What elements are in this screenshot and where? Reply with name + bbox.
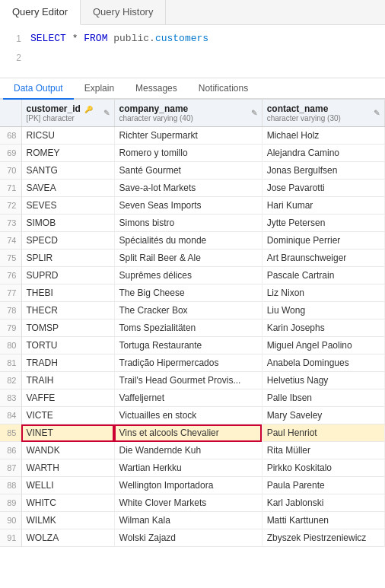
cell-contact-name[interactable]: Mary Saveley — [262, 407, 384, 424]
col-header-contact-name[interactable]: contact_name character varying (30) ✎ — [262, 100, 384, 127]
cell-row-num: 91 — [0, 529, 21, 547]
cell-contact-name[interactable]: Jytte Petersen — [262, 215, 384, 232]
cell-contact-name[interactable]: Zbyszek Piestrzeniewicz — [262, 529, 384, 547]
cell-company-name[interactable]: The Cracker Box — [114, 302, 262, 319]
cell-contact-name[interactable]: Paula Parente — [262, 477, 384, 494]
cell-company-name[interactable]: Spécialités du monde — [114, 232, 262, 250]
cell-contact-name[interactable]: Helvetius Nagy — [262, 372, 384, 389]
cell-contact-name[interactable]: Jose Pavarotti — [262, 180, 384, 197]
table-row: 91WOLZAWolski ZajazdZbyszek Piestrzeniew… — [0, 529, 385, 547]
cell-contact-name[interactable]: Liz Nixon — [262, 284, 384, 302]
cell-customer-id[interactable]: WILMK — [21, 512, 114, 529]
cell-company-name[interactable]: Suprêmes délices — [114, 267, 262, 284]
cell-company-name[interactable]: Vaffeljernet — [114, 389, 262, 407]
cell-company-name[interactable]: Tradição Hipermercados — [114, 354, 262, 372]
cell-company-name[interactable]: Die Wandernde Kuh — [114, 442, 262, 459]
cell-company-name[interactable]: Wellington Importadora — [114, 477, 262, 494]
cell-contact-name[interactable]: Art Braunschweiger — [262, 250, 384, 267]
table-row: 80TORTUTortuga RestauranteMiguel Angel P… — [0, 337, 385, 354]
cell-company-name[interactable]: Seven Seas Imports — [114, 197, 262, 215]
cell-company-name[interactable]: Wolski Zajazd — [114, 529, 262, 547]
line-number-1: 1 — [6, 32, 21, 46]
table-row: 86WANDKDie Wandernde KuhRita Müller — [0, 442, 385, 459]
cell-contact-name[interactable]: Pascale Cartrain — [262, 267, 384, 284]
cell-customer-id[interactable]: VICTE — [21, 407, 114, 424]
cell-customer-id[interactable]: TRADH — [21, 354, 114, 372]
cell-company-name[interactable]: Trail's Head Gourmet Provis... — [114, 372, 262, 389]
cell-company-name[interactable]: Wartian Herkku — [114, 459, 262, 477]
cell-company-name[interactable]: Romero y tomillo — [114, 145, 262, 162]
col-header-company-name[interactable]: company_name character varying (40) ✎ — [114, 100, 262, 127]
cell-contact-name[interactable]: Alejandra Camino — [262, 145, 384, 162]
cell-contact-name[interactable]: Karin Josephs — [262, 319, 384, 337]
cell-customer-id[interactable]: WHITC — [21, 494, 114, 512]
cell-customer-id[interactable]: SEVES — [21, 197, 114, 215]
cell-customer-id[interactable]: WANDK — [21, 442, 114, 459]
cell-contact-name[interactable]: Rita Müller — [262, 442, 384, 459]
cell-company-name[interactable]: Richter Supermarkt — [114, 127, 262, 145]
sort-icon-contact-name[interactable]: ✎ — [374, 109, 380, 117]
query-content-1[interactable]: SELECT * FROM public.customers — [30, 31, 208, 47]
tab-explain[interactable]: Explain — [74, 78, 125, 100]
cell-company-name[interactable]: Tortuga Restaurante — [114, 337, 262, 354]
cell-contact-name[interactable]: Hari Kumar — [262, 197, 384, 215]
col-header-customer-id[interactable]: customer_id 🔑 [PK] character ✎ — [21, 100, 114, 127]
cell-customer-id[interactable]: TORTU — [21, 337, 114, 354]
cell-company-name[interactable]: Split Rail Beer & Ale — [114, 250, 262, 267]
cell-company-name[interactable]: Save-a-lot Markets — [114, 180, 262, 197]
cell-customer-id[interactable]: RICSU — [21, 127, 114, 145]
cell-customer-id[interactable]: SPLIR — [21, 250, 114, 267]
cell-contact-name[interactable]: Karl Jablonski — [262, 494, 384, 512]
cell-company-name[interactable]: Wilman Kala — [114, 512, 262, 529]
cell-company-name[interactable]: The Big Cheese — [114, 284, 262, 302]
cell-customer-id[interactable]: TRAIH — [21, 372, 114, 389]
table-row: 78THECRThe Cracker BoxLiu Wong — [0, 302, 385, 319]
cell-company-name[interactable]: White Clover Markets — [114, 494, 262, 512]
tab-messages[interactable]: Messages — [125, 78, 188, 100]
col-type-customer-id: [PK] character — [27, 114, 94, 122]
cell-company-name[interactable]: Victuailles en stock — [114, 407, 262, 424]
cell-row-num: 71 — [0, 180, 21, 197]
cell-company-name[interactable]: Vins et alcools Chevalier — [114, 424, 262, 442]
cell-customer-id[interactable]: WELLI — [21, 477, 114, 494]
cell-customer-id[interactable]: VINET — [21, 424, 114, 442]
table-row: 88WELLIWellington ImportadoraPaula Paren… — [0, 477, 385, 494]
cell-customer-id[interactable]: ROMEY — [21, 145, 114, 162]
cell-company-name[interactable]: Toms Spezialitäten — [114, 319, 262, 337]
cell-row-num: 89 — [0, 494, 21, 512]
cell-contact-name[interactable]: Pirkko Koskitalo — [262, 459, 384, 477]
cell-customer-id[interactable]: THECR — [21, 302, 114, 319]
cell-company-name[interactable]: Simons bistro — [114, 215, 262, 232]
cell-customer-id[interactable]: SANTG — [21, 162, 114, 180]
col-name-company-name: company_name — [119, 103, 189, 114]
cell-contact-name[interactable]: Michael Holz — [262, 127, 384, 145]
cell-customer-id[interactable]: VAFFE — [21, 389, 114, 407]
cell-contact-name[interactable]: Jonas Bergulfsen — [262, 162, 384, 180]
cell-contact-name[interactable]: Dominique Perrier — [262, 232, 384, 250]
cell-contact-name[interactable]: Anabela Domingues — [262, 354, 384, 372]
cell-company-name[interactable]: Santé Gourmet — [114, 162, 262, 180]
cell-customer-id[interactable]: SUPRD — [21, 267, 114, 284]
table-row: 74SPECDSpécialités du mondeDominique Per… — [0, 232, 385, 250]
cell-customer-id[interactable]: SAVEA — [21, 180, 114, 197]
cell-customer-id[interactable]: SIMOB — [21, 215, 114, 232]
cell-customer-id[interactable]: SPECD — [21, 232, 114, 250]
sort-icon-company-name[interactable]: ✎ — [251, 109, 257, 117]
tab-notifications[interactable]: Notifications — [188, 78, 259, 100]
tab-query-history[interactable]: Query History — [81, 0, 166, 24]
cell-customer-id[interactable]: THEBI — [21, 284, 114, 302]
cell-contact-name[interactable]: Liu Wong — [262, 302, 384, 319]
tab-query-editor[interactable]: Query Editor — [0, 0, 81, 25]
sort-icon-customer-id[interactable]: ✎ — [103, 109, 110, 117]
cell-contact-name[interactable]: Palle Ibsen — [262, 389, 384, 407]
cell-row-num: 83 — [0, 389, 21, 407]
cell-customer-id[interactable]: WARTH — [21, 459, 114, 477]
cell-customer-id[interactable]: WOLZA — [21, 529, 114, 547]
query-content-2[interactable] — [30, 50, 37, 66]
cell-customer-id[interactable]: TOMSP — [21, 319, 114, 337]
cell-contact-name[interactable]: Miguel Angel Paolino — [262, 337, 384, 354]
cell-contact-name[interactable]: Paul Henriot — [262, 424, 384, 442]
table-row: 79TOMSPToms SpezialitätenKarin Josephs — [0, 319, 385, 337]
cell-contact-name[interactable]: Matti Karttunen — [262, 512, 384, 529]
tab-data-output[interactable]: Data Output — [3, 78, 74, 100]
